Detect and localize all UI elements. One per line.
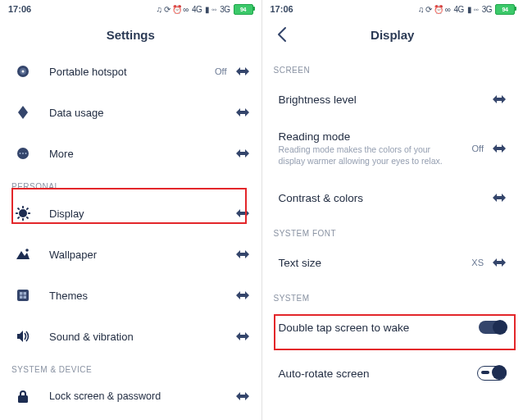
lock-icon (11, 389, 34, 404)
title-bar: Display (262, 18, 524, 51)
row-reading-mode[interactable]: Reading mode Reading mode makes the colo… (262, 122, 524, 175)
section-personal: PERSONAL (0, 174, 262, 193)
chevron-icon (235, 149, 250, 158)
display-icon (11, 206, 34, 221)
row-brightness[interactable]: Brightness level (262, 76, 524, 122)
chevron-icon (492, 258, 507, 267)
battery-icon: 94 (234, 4, 253, 15)
sound-icon (11, 329, 34, 344)
chevron-icon (235, 392, 250, 400)
row-lock-screen[interactable]: Lock screen & password (0, 376, 262, 417)
value-off: Off (472, 144, 484, 153)
clock: 17:06 (8, 4, 31, 14)
data-icon (11, 105, 34, 120)
status-bar: 17:06 ♫ ⟳ ⏰ ∞ 4G ▮ ◦◦ 3G 94 (262, 0, 524, 18)
display-screen: 17:06 ♫ ⟳ ⏰ ∞ 4G ▮ ◦◦ 3G 94 Display SCRE… (262, 0, 524, 420)
reading-subtext: Reading mode makes the colors of your di… (279, 144, 451, 167)
row-double-tap-wake[interactable]: Double tap screen to wake (262, 304, 524, 350)
chevron-icon (492, 144, 507, 153)
chevron-icon (235, 332, 250, 340)
row-more[interactable]: More (0, 133, 262, 174)
row-contrast[interactable]: Contrast & colors (262, 175, 524, 221)
themes-icon (11, 288, 34, 303)
back-button[interactable] (272, 25, 292, 44)
status-icons: ♫ ⟳ ⏰ ∞ 4G ▮ ◦◦ 3G 94 (418, 4, 515, 15)
battery-icon: 94 (495, 4, 515, 15)
title-bar: Settings (0, 18, 262, 51)
toggle-off[interactable] (477, 366, 507, 381)
row-wallpaper[interactable]: Wallpaper (0, 234, 262, 275)
value-off: Off (215, 66, 226, 76)
row-data-usage[interactable]: Data usage (0, 92, 262, 133)
row-display[interactable]: Display (0, 193, 262, 234)
chevron-icon (492, 95, 507, 103)
status-bar: 17:06 ♫ ⟳ ⏰ ∞ 4G ▮ ◦◦ 3G 94 (0, 0, 262, 18)
row-sound[interactable]: Sound & vibration (0, 316, 262, 357)
hotspot-icon (11, 64, 34, 79)
chevron-icon (235, 67, 250, 75)
chevron-icon (235, 291, 250, 299)
row-auto-rotate[interactable]: Auto-rotate screen (262, 350, 524, 396)
clock: 17:06 (271, 4, 293, 14)
section-screen: SCREEN (262, 51, 524, 76)
row-themes[interactable]: Themes (0, 275, 262, 316)
row-label: Portable hotspot (49, 66, 215, 78)
section-font: SYSTEM FONT (262, 221, 524, 240)
chevron-icon (492, 194, 507, 202)
chevron-icon (235, 250, 250, 258)
page-title: Settings (107, 28, 155, 42)
chevron-icon (235, 108, 250, 116)
section-system: SYSTEM (262, 285, 524, 304)
more-icon (11, 146, 34, 161)
row-text-size[interactable]: Text size XS (262, 240, 524, 285)
page-title: Display (371, 28, 414, 42)
settings-screen: 17:06 ♫ ⟳ ⏰ ∞ 4G ▮ ◦◦ 3G 94 Settings Por… (0, 0, 262, 420)
row-notifications[interactable]: Notifications & status bar (0, 417, 262, 420)
status-icons: ♫ ⟳ ⏰ ∞ 4G ▮ ◦◦ 3G 94 (156, 4, 252, 15)
section-system-device: SYSTEM & DEVICE (0, 357, 262, 376)
chevron-icon (235, 209, 250, 217)
value-xs: XS (471, 258, 484, 267)
row-portable-hotspot[interactable]: Portable hotspot Off (0, 51, 262, 92)
toggle-on[interactable] (479, 321, 507, 334)
wallpaper-icon (11, 247, 34, 262)
